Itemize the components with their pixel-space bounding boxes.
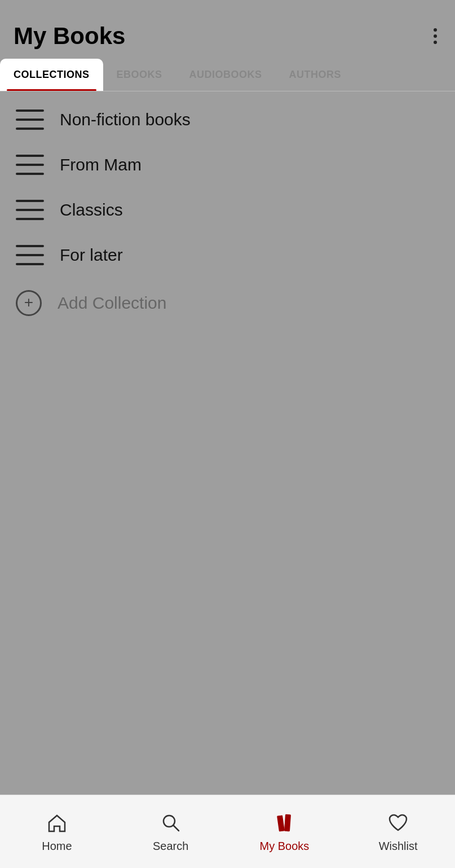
collections-list: Non-fiction books From Mam Classics For …	[0, 91, 455, 334]
page-title: My Books	[14, 23, 125, 50]
heart-icon	[386, 810, 410, 835]
nav-item-search[interactable]: Search	[114, 810, 228, 853]
add-collection-button[interactable]: Add Collection	[0, 278, 455, 328]
collection-item-1[interactable]: Non-fiction books	[0, 97, 455, 142]
svg-rect-2	[277, 815, 285, 831]
nav-label-wishlist: Wishlist	[379, 840, 418, 853]
search-icon	[158, 810, 183, 835]
home-icon	[45, 810, 69, 835]
collection-item-2[interactable]: From Mam	[0, 142, 455, 187]
add-circle-icon	[16, 290, 42, 316]
hamburger-icon	[16, 245, 44, 265]
nav-label-mybooks: My Books	[259, 840, 309, 853]
mybooks-icon	[272, 810, 297, 835]
svg-line-1	[173, 826, 179, 831]
collection-item-4[interactable]: For later	[0, 233, 455, 278]
hamburger-icon	[16, 109, 44, 130]
nav-label-search: Search	[153, 840, 188, 853]
header: My Books	[0, 0, 455, 59]
nav-item-wishlist[interactable]: Wishlist	[341, 810, 455, 853]
hamburger-icon	[16, 200, 44, 220]
nav-item-mybooks[interactable]: My Books	[228, 810, 342, 853]
tab-collections[interactable]: COLLECTIONS	[0, 59, 103, 91]
collection-item-3[interactable]: Classics	[0, 187, 455, 233]
tab-ebooks[interactable]: EBOOKS	[103, 59, 176, 91]
more-options-button[interactable]	[429, 24, 441, 49]
collection-name: From Mam	[60, 155, 142, 174]
tab-authors[interactable]: AUTHORS	[276, 59, 355, 91]
hamburger-icon	[16, 155, 44, 175]
add-collection-label: Add Collection	[58, 293, 166, 313]
collection-name: For later	[60, 246, 123, 265]
nav-label-home: Home	[42, 840, 72, 853]
collection-name: Classics	[60, 200, 123, 220]
bottom-navigation: Home Search My Books Wishlist	[0, 795, 455, 868]
svg-rect-3	[284, 814, 291, 832]
tabs-bar: COLLECTIONS EBOOKS AUDIOBOOKS AUTHORS	[0, 59, 455, 91]
collection-name: Non-fiction books	[60, 110, 191, 129]
tab-audiobooks[interactable]: AUDIOBOOKS	[176, 59, 276, 91]
nav-item-home[interactable]: Home	[0, 810, 114, 853]
